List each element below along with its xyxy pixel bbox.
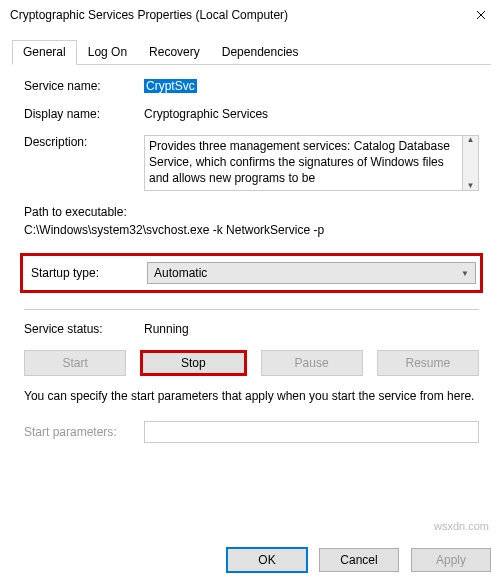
start-params-label: Start parameters: (24, 425, 144, 439)
pause-button: Pause (261, 350, 363, 376)
close-button[interactable] (458, 0, 503, 30)
path-value: C:\Windows\system32\svchost.exe -k Netwo… (24, 223, 479, 237)
display-name-value: Cryptographic Services (144, 107, 479, 121)
description-value: Provides three management services: Cata… (144, 135, 462, 191)
start-button: Start (24, 350, 126, 376)
service-status-label: Service status: (24, 322, 144, 336)
display-name-label: Display name: (24, 107, 144, 121)
scroll-up-icon: ▲ (467, 136, 475, 144)
start-params-input (144, 421, 479, 443)
close-icon (476, 10, 486, 20)
divider (24, 309, 479, 310)
ok-button[interactable]: OK (227, 548, 307, 572)
service-name-label: Service name: (24, 79, 144, 93)
chevron-down-icon: ▼ (461, 269, 469, 278)
watermark: wsxdn.com (434, 520, 489, 532)
description-scrollbar[interactable]: ▲ ▼ (462, 135, 479, 191)
tab-dependencies[interactable]: Dependencies (211, 40, 310, 64)
path-label: Path to executable: (24, 205, 479, 219)
service-status-value: Running (144, 322, 189, 336)
service-name-value: CryptSvc (144, 79, 197, 93)
tab-log-on[interactable]: Log On (77, 40, 138, 64)
cancel-button[interactable]: Cancel (319, 548, 399, 572)
start-params-hint: You can specify the start parameters tha… (24, 388, 479, 405)
stop-button[interactable]: Stop (140, 350, 246, 376)
window-title: Cryptographic Services Properties (Local… (10, 8, 458, 22)
description-label: Description: (24, 135, 144, 149)
startup-type-value: Automatic (154, 266, 207, 280)
tab-recovery[interactable]: Recovery (138, 40, 211, 64)
startup-type-label: Startup type: (27, 266, 147, 280)
scroll-down-icon: ▼ (467, 182, 475, 190)
resume-button: Resume (377, 350, 479, 376)
apply-button: Apply (411, 548, 491, 572)
startup-type-select[interactable]: Automatic ▼ (147, 262, 476, 284)
tab-general[interactable]: General (12, 40, 77, 65)
